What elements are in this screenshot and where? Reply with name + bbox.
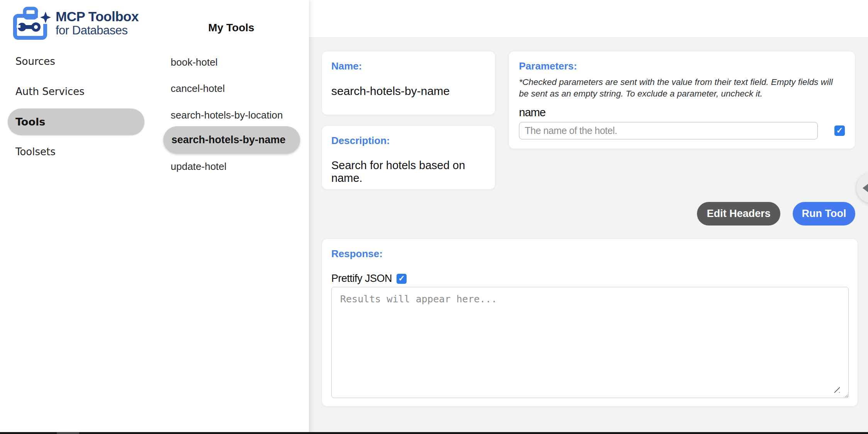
collapse-arrow-icon: [863, 183, 868, 193]
panel-collapse-handle[interactable]: [856, 173, 868, 203]
prettify-json-label: Prettify JSON: [331, 273, 392, 285]
parameter-name-label: name: [519, 106, 845, 119]
tool-name-value: search-hotels-by-name: [331, 85, 486, 98]
parameters-label: Parameters:: [519, 60, 845, 72]
description-card: Description: Search for hotels based on …: [322, 125, 495, 190]
response-card: Response: Prettify JSON: [322, 239, 858, 407]
name-card: Name: search-hotels-by-name: [322, 51, 495, 115]
main-content: Name: search-hotels-by-name Description:…: [309, 0, 868, 434]
app-logo: MCP Toolbox for Databases: [12, 5, 139, 41]
tool-item-update-hotel[interactable]: update-hotel: [171, 161, 227, 173]
response-label: Response:: [331, 248, 848, 260]
tool-description-value: Search for hotels based on name.: [331, 159, 486, 185]
parameters-note: *Checked parameters are sent with the va…: [519, 76, 839, 100]
app-window: MCP Toolbox for Databases Sources Auth S…: [0, 0, 868, 434]
parameter-name-input[interactable]: [519, 122, 818, 139]
prettify-json-checkbox[interactable]: [397, 274, 407, 284]
tool-item-search-hotels-by-location[interactable]: search-hotels-by-location: [171, 109, 283, 121]
name-label: Name:: [331, 60, 486, 72]
tools-list-panel: My Tools book-hotel cancel-hotel search-…: [154, 0, 309, 434]
top-bar: [309, 0, 868, 38]
wrench-glyph: [17, 22, 41, 32]
logo-title: MCP Toolbox: [56, 9, 139, 24]
parameters-card: Parameters: *Checked parameters are sent…: [509, 51, 855, 149]
tool-item-cancel-hotel[interactable]: cancel-hotel: [171, 83, 225, 95]
sidebar: MCP Toolbox for Databases Sources Auth S…: [0, 0, 154, 434]
logo-subtitle: for Databases: [56, 24, 139, 37]
response-textarea[interactable]: [331, 287, 849, 398]
edit-headers-button[interactable]: Edit Headers: [697, 202, 780, 225]
tool-item-book-hotel[interactable]: book-hotel: [171, 56, 217, 68]
tool-item-search-hotels-by-name[interactable]: search-hotels-by-name: [163, 126, 300, 154]
run-tool-button[interactable]: Run Tool: [793, 202, 855, 225]
description-label: Description:: [331, 135, 486, 147]
bottom-scrollbar[interactable]: [0, 432, 868, 434]
sidebar-item-sources[interactable]: Sources: [15, 56, 55, 67]
toolbox-icon: [12, 5, 52, 41]
tools-panel-title: My Tools: [154, 22, 309, 34]
sidebar-item-tools[interactable]: Tools: [8, 108, 144, 135]
sidebar-item-toolsets[interactable]: Toolsets: [15, 146, 56, 158]
parameter-name-checkbox[interactable]: [834, 125, 845, 136]
bottom-scrollbar-thumb[interactable]: [57, 432, 79, 434]
sidebar-item-auth-services[interactable]: Auth Services: [15, 86, 85, 97]
